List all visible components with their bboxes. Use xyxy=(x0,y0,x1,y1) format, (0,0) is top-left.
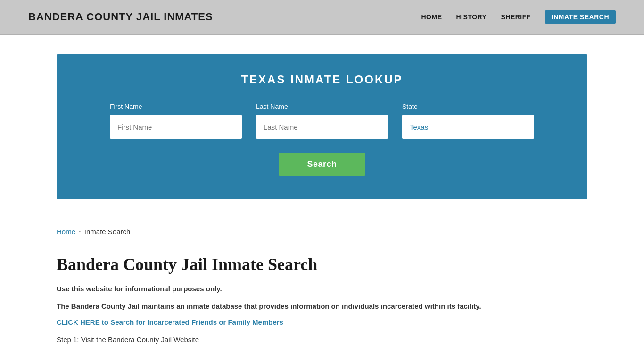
state-field-group: State xyxy=(402,103,534,139)
last-name-label: Last Name xyxy=(256,103,388,110)
last-name-input[interactable] xyxy=(256,115,388,139)
inmate-search-form: First Name Last Name State Search xyxy=(85,103,559,176)
site-header: BANDERA COUNTY JAIL INMATES HOME HISTORY… xyxy=(0,0,644,35)
nav-inmate-search[interactable]: INMATE SEARCH xyxy=(545,10,616,24)
search-banner-title: TEXAS INMATE LOOKUP xyxy=(85,73,559,86)
search-button[interactable]: Search xyxy=(279,153,365,176)
breadcrumb-current-page: Inmate Search xyxy=(84,228,131,236)
breadcrumb: Home • Inmate Search xyxy=(0,218,644,245)
site-title: BANDERA COUNTY JAIL INMATES xyxy=(28,11,213,23)
first-name-input[interactable] xyxy=(110,115,242,139)
search-banner: TEXAS INMATE LOOKUP First Name Last Name… xyxy=(57,54,587,199)
nav-home[interactable]: HOME xyxy=(421,13,442,21)
info-text-2: The Bandera County Jail maintains an inm… xyxy=(57,301,587,312)
search-fields-row: First Name Last Name State xyxy=(85,103,559,139)
page-title: Bandera County Jail Inmate Search xyxy=(57,255,587,274)
nav-sheriff[interactable]: SHERIFF xyxy=(501,13,530,21)
first-name-label: First Name xyxy=(110,103,242,110)
state-input[interactable] xyxy=(402,115,534,139)
breadcrumb-home-link[interactable]: Home xyxy=(57,228,75,236)
nav-history[interactable]: HISTORY xyxy=(456,13,487,21)
main-nav: HOME HISTORY SHERIFF INMATE SEARCH xyxy=(421,10,616,24)
info-text-1: Use this website for informational purpo… xyxy=(57,284,587,295)
state-label: State xyxy=(402,103,534,110)
step-1-text: Step 1: Visit the Bandera County Jail We… xyxy=(57,336,587,344)
first-name-field-group: First Name xyxy=(110,103,242,139)
search-link[interactable]: CLICK HERE to Search for Incarcerated Fr… xyxy=(57,318,587,326)
breadcrumb-separator: • xyxy=(79,230,81,234)
main-content: Bandera County Jail Inmate Search Use th… xyxy=(0,245,644,362)
last-name-field-group: Last Name xyxy=(256,103,388,139)
